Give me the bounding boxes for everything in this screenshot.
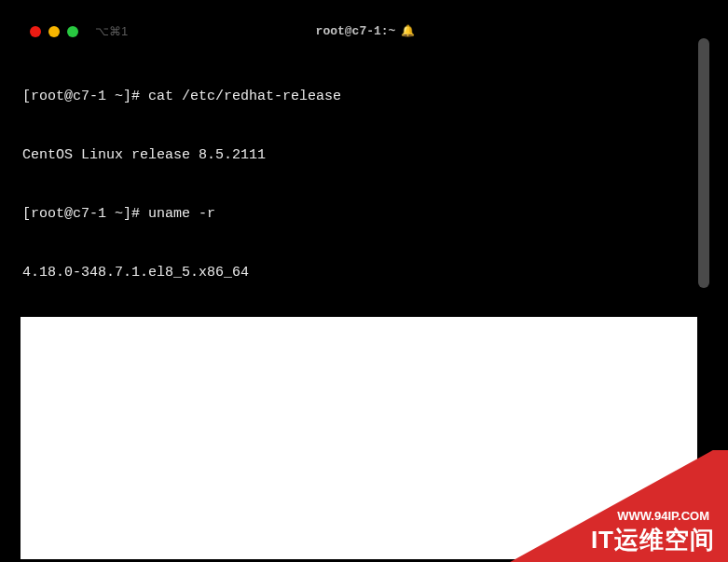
- cmd: cat /etc/redhat-release: [148, 89, 341, 104]
- prompt: [root@c7-1 ~]#: [22, 89, 148, 104]
- output-line: CentOS Linux release 8.5.2111: [22, 145, 697, 165]
- watermark-main: IT运维空间: [591, 524, 715, 556]
- minimize-icon[interactable]: [48, 26, 60, 37]
- window-shortcut: ⌥⌘1: [95, 24, 128, 38]
- output-line: 4.18.0-348.7.1.el8_5.x86_64: [22, 263, 697, 282]
- watermark: 头条 WWW.94IP.COM IT运维空间: [486, 450, 728, 562]
- titlebar: ⌥⌘1 root@c7-1:~ 🔔: [21, 24, 710, 38]
- watermark-url: WWW.94IP.COM: [617, 509, 709, 523]
- traffic-lights: [30, 26, 78, 37]
- window-title: root@c7-1:~ 🔔: [316, 24, 416, 38]
- watermark-prefix: 头条: [508, 519, 542, 541]
- close-icon[interactable]: [30, 26, 41, 37]
- prompt: [root@c7-1 ~]#: [22, 206, 148, 222]
- title-text: root@c7-1:~: [316, 24, 396, 38]
- bell-icon: 🔔: [401, 24, 415, 38]
- scroll-thumb[interactable]: [698, 38, 709, 288]
- maximize-icon[interactable]: [67, 26, 78, 37]
- cmd: uname -r: [148, 206, 215, 222]
